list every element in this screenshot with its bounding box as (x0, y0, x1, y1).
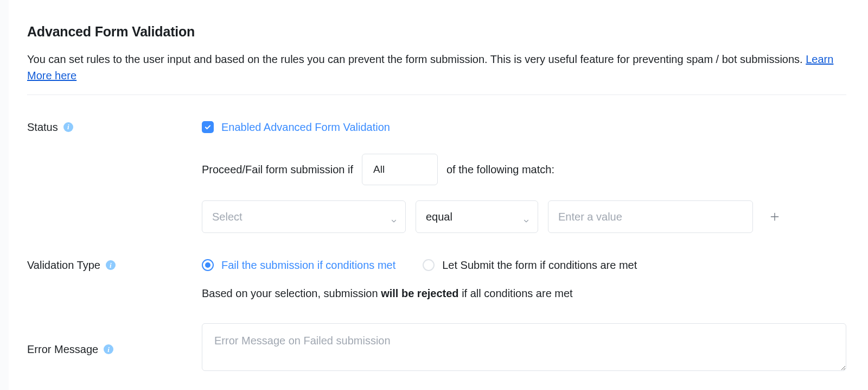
validation-type-fail-option[interactable]: Fail the submission if conditions met (202, 257, 395, 273)
validation-type-label-col: Validation Type i (27, 257, 202, 273)
status-label: Status (27, 119, 58, 135)
validation-type-pass-option[interactable]: Let Submit the form if conditions are me… (423, 257, 637, 273)
check-icon (204, 123, 212, 131)
add-condition-button[interactable] (767, 209, 782, 224)
status-label-col: Status i (27, 119, 202, 135)
section-header: Advanced Form Validation You can set rul… (27, 22, 846, 95)
info-icon[interactable]: i (63, 122, 73, 132)
enable-validation-label: Enabled Advanced Form Validation (221, 119, 390, 135)
condition-operator-select[interactable]: equal (416, 200, 538, 233)
error-message-controls (202, 323, 846, 375)
info-icon[interactable]: i (104, 344, 113, 354)
validation-type-label: Validation Type (27, 257, 100, 273)
divider (27, 95, 846, 95)
validation-type-hint: Based on your selection, submission will… (202, 285, 846, 301)
enable-validation-checkbox[interactable] (202, 121, 214, 133)
match-mode-select[interactable]: All (362, 154, 438, 186)
page-title: Advanced Form Validation (27, 22, 846, 42)
chevron-down-icon (390, 213, 398, 221)
plus-icon (769, 211, 780, 222)
validation-type-controls: Fail the submission if conditions met Le… (202, 257, 846, 301)
error-message-label: Error Message (27, 341, 98, 357)
condition-row: Select equal (202, 200, 846, 233)
radio-selected-icon (202, 259, 214, 271)
error-message-label-col: Error Message i (27, 341, 202, 357)
validation-type-radio-group: Fail the submission if conditions met Le… (202, 257, 846, 273)
validation-type-row: Validation Type i Fail the submission if… (27, 257, 846, 301)
page-description: You can set rules to the user input and … (27, 51, 846, 84)
advanced-form-validation-panel: Advanced Form Validation You can set rul… (9, 0, 868, 390)
chevron-down-icon (522, 213, 530, 221)
error-message-textarea[interactable] (202, 323, 846, 371)
radio-unselected-icon (423, 259, 435, 271)
error-message-row: Error Message i (27, 323, 846, 375)
condition-value-input[interactable] (548, 200, 753, 233)
status-controls: Enabled Advanced Form Validation Proceed… (202, 119, 846, 234)
match-sentence: Proceed/Fail form submission if All of t… (202, 154, 846, 186)
condition-field-select[interactable]: Select (202, 200, 406, 233)
enable-checkbox-row: Enabled Advanced Form Validation (202, 119, 846, 135)
status-row: Status i Enabled Advanced Form Validatio… (27, 119, 846, 234)
info-icon[interactable]: i (106, 260, 116, 270)
